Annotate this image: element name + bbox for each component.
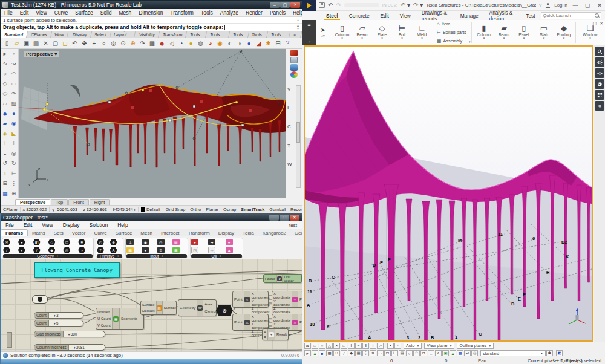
zoom-extents-icon[interactable]: ⊕ bbox=[129, 40, 137, 47]
gh-text-panel[interactable]: Flowing Concrete Canopy bbox=[34, 262, 120, 278]
view-restore-icon[interactable]: ▢ bbox=[593, 21, 597, 26]
menu-item[interactable]: Solid bbox=[97, 10, 116, 16]
menu-item[interactable]: Edit bbox=[19, 222, 38, 228]
menu-item[interactable]: Curve bbox=[51, 10, 72, 16]
paste-icon[interactable]: ◻ bbox=[61, 40, 69, 47]
select-points-icon[interactable]: ■ bbox=[319, 350, 325, 356]
panel-scrollbar[interactable] bbox=[296, 85, 301, 188]
component-icon[interactable]: / bbox=[3, 247, 10, 253]
component-icon[interactable]: ◉ bbox=[142, 239, 149, 245]
menu-item[interactable]: Dimension bbox=[135, 10, 166, 16]
sphere-tool-icon[interactable]: ● bbox=[10, 109, 19, 119]
snap-extension-icon[interactable]: ↗ bbox=[377, 343, 384, 349]
select-tool-icon[interactable]: ► bbox=[1, 49, 10, 59]
component-icon[interactable]: ⊥ bbox=[126, 239, 134, 245]
panel-button[interactable]: ▯Panel▾ bbox=[514, 21, 533, 44]
component-icon[interactable]: ◑ bbox=[78, 247, 85, 253]
tab-steel[interactable]: Steel bbox=[321, 11, 344, 20]
viewport-tab[interactable]: Front bbox=[68, 199, 89, 205]
component-tab[interactable]: Transform bbox=[184, 230, 214, 236]
component-icon[interactable]: ◗ bbox=[18, 247, 25, 253]
save-icon[interactable] bbox=[319, 2, 325, 8]
select-surfaces-icon[interactable]: ▦ bbox=[355, 350, 362, 356]
component-icon[interactable]: ● bbox=[18, 239, 25, 245]
toolbar-tab[interactable]: D » bbox=[289, 31, 302, 38]
zoom-dynamic-icon[interactable]: ◎ bbox=[110, 40, 117, 47]
boolean-tool-icon[interactable]: ◈ bbox=[1, 129, 10, 138]
layer-cell[interactable]: Default bbox=[139, 207, 163, 212]
gear-button[interactable] bbox=[595, 57, 604, 67]
select-plane-icon[interactable]: ▤ bbox=[399, 350, 405, 356]
gear-button[interactable] bbox=[595, 68, 604, 78]
zoom-icon[interactable]: ○ bbox=[100, 40, 108, 47]
gh-geometry-param[interactable] bbox=[32, 295, 48, 304]
snap-intersection-icon[interactable]: ✕ bbox=[333, 343, 340, 349]
palette-group-label[interactable]: Geometry+ bbox=[3, 254, 93, 258]
surface-tool-icon[interactable]: ▱ bbox=[1, 99, 10, 108]
pipe-tool-icon[interactable]: ◉ bbox=[10, 119, 19, 128]
ellipse-tool-icon[interactable]: ⬭ bbox=[1, 89, 10, 99]
select-arc-icon[interactable]: ◠ bbox=[413, 350, 420, 356]
minimize-button[interactable]: – bbox=[269, 215, 279, 221]
render-panel-icon[interactable] bbox=[290, 50, 298, 56]
component-tab[interactable]: Mesh bbox=[136, 230, 157, 236]
hide-icon[interactable]: ◁ bbox=[168, 40, 175, 47]
component-tab[interactable]: Tekla bbox=[238, 230, 258, 236]
select-single-icon[interactable]: ⊢ bbox=[391, 350, 398, 356]
component-icon[interactable]: ≡ bbox=[157, 247, 165, 253]
layers-icon[interactable]: ▦ bbox=[148, 40, 156, 47]
copy-icon[interactable]: ▢ bbox=[51, 40, 59, 47]
redo-icon[interactable]: ↷ bbox=[336, 2, 341, 8]
component-icon[interactable]: ⇨ bbox=[208, 247, 215, 253]
snap-endpoint-icon[interactable]: □ bbox=[312, 343, 318, 349]
prompt-scrollbar[interactable]: ▲▼ bbox=[296, 24, 299, 30]
view-minimize-icon[interactable]: – bbox=[587, 21, 590, 26]
tekla-viewport[interactable]: B 11 A 10 6 C D E F A 3 2 B 1 C D E bbox=[304, 45, 593, 342]
component-icon[interactable]: ◷ bbox=[157, 239, 165, 245]
slider-track[interactable]: ♦5 bbox=[49, 321, 83, 325]
component-tab[interactable]: Params bbox=[1, 229, 28, 236]
snap-free-icon[interactable]: i bbox=[370, 343, 376, 349]
maximize-button[interactable]: ▢ bbox=[280, 2, 290, 8]
quick-launch-input[interactable] bbox=[543, 13, 595, 18]
viewport-title-menu[interactable]: Perspective ▾ bbox=[24, 51, 59, 57]
minimize-button[interactable]: — bbox=[571, 2, 580, 8]
toggle-gumball[interactable]: Gumball bbox=[267, 207, 288, 212]
tab-edit[interactable]: Edit bbox=[375, 11, 394, 20]
menu-item[interactable]: View bbox=[37, 222, 57, 228]
component-tab[interactable]: Vector bbox=[68, 230, 90, 236]
component-tab[interactable]: Sets bbox=[50, 230, 68, 236]
viewport-tab[interactable]: Right bbox=[90, 199, 110, 205]
component-icon[interactable]: ⊕ bbox=[110, 239, 117, 245]
component-icon[interactable]: ◴ bbox=[97, 239, 104, 245]
tools-icon[interactable]: ◢ bbox=[255, 40, 263, 47]
toggle-smarttrack[interactable]: SmartTrack bbox=[238, 207, 267, 212]
select-parts-icon[interactable]: ▲ bbox=[312, 350, 318, 356]
color-wheel-icon[interactable] bbox=[290, 71, 298, 78]
undo-history-icon[interactable]: ↶ ▾ bbox=[401, 2, 410, 8]
component-icon[interactable]: ⬡ bbox=[63, 239, 70, 245]
gh-addition-component[interactable]: A B + Result bbox=[262, 328, 289, 340]
concrete-column-button[interactable]: ▮Column▾ bbox=[474, 21, 493, 44]
view-close-icon[interactable]: ✕ bbox=[600, 21, 603, 26]
grasshopper-canvas[interactable]: Flowing Concrete Canopy Count ♦3 Count ♦… bbox=[1, 259, 302, 351]
menu-item[interactable]: Surface bbox=[71, 10, 96, 16]
offset-tool-icon[interactable]: ◎ bbox=[10, 149, 19, 158]
toolbar-tab[interactable]: CPlanes bbox=[27, 31, 53, 38]
component-icon[interactable]: ◇ bbox=[48, 239, 55, 245]
snap-depth-dropdown[interactable]: Auto▼ bbox=[404, 343, 422, 349]
arc-tool-icon[interactable]: ◠ bbox=[10, 69, 19, 79]
snap-nearest-icon[interactable]: ~ bbox=[355, 343, 362, 349]
gh-area-component[interactable]: Geometry m² Area Centroid bbox=[178, 299, 217, 316]
component-icon[interactable]: ● bbox=[191, 239, 198, 245]
toolbar-tab[interactable]: Display bbox=[68, 31, 92, 38]
gh-divide-domain-component[interactable]: Domain U Count V Count ▦ Segments bbox=[96, 308, 144, 330]
menu-item[interactable]: Help bbox=[113, 222, 132, 228]
options-gear-icon[interactable]: ✱ bbox=[264, 40, 272, 47]
component-icon[interactable]: ● bbox=[226, 239, 233, 245]
select-all-icon[interactable]: ► bbox=[304, 350, 311, 356]
toolbar-tab[interactable]: Surface Tools bbox=[206, 31, 231, 38]
save-icon[interactable]: ▣ bbox=[22, 40, 30, 47]
bulb-icon[interactable]: ◍ bbox=[197, 40, 204, 47]
menu-item[interactable]: Transform bbox=[166, 10, 197, 16]
